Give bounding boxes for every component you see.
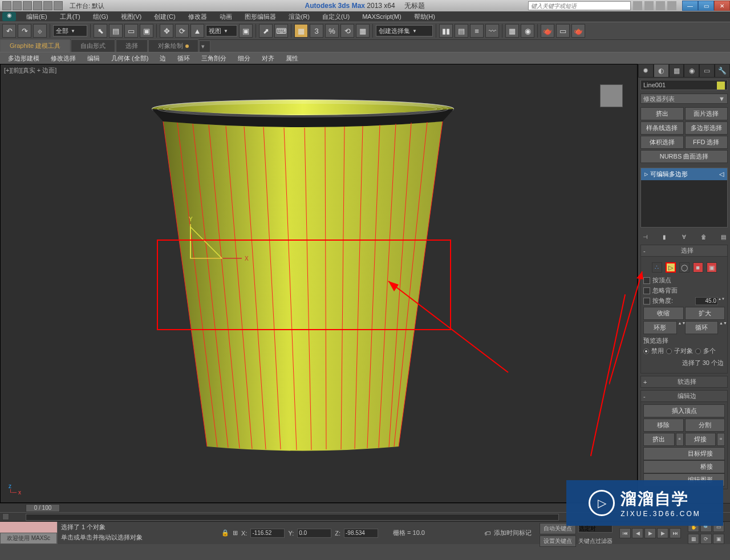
help-search-input[interactable] <box>528 1 631 10</box>
ribbon-minimize-icon[interactable]: ▾ <box>199 40 210 52</box>
menu-help[interactable]: 帮助(H) <box>408 11 441 22</box>
time-slider-handle[interactable]: 0 / 100 <box>26 504 60 512</box>
extrude-edge-button[interactable]: 挤出 <box>643 433 675 446</box>
undo-icon[interactable]: ↶ <box>2 24 16 38</box>
loop-button[interactable]: 循环 <box>685 321 719 334</box>
mirror-icon[interactable]: ▮▮ <box>439 24 453 38</box>
menu-edit[interactable]: 编辑(E) <box>21 11 53 22</box>
loop-spinner-icon[interactable]: ▲▼ <box>719 321 725 334</box>
configure-icon[interactable]: ▤ <box>719 232 728 241</box>
angle-snap-icon[interactable]: 3 <box>310 24 323 38</box>
key-filter-label[interactable]: 关键点过滤器 <box>578 537 613 545</box>
abs-rel-icon[interactable]: ⊞ <box>233 529 238 537</box>
y-coord-input[interactable] <box>297 529 331 538</box>
set-key-button[interactable]: 设置关键点 <box>540 535 576 547</box>
expand-icon[interactable]: ▷ <box>644 172 648 177</box>
render-frame-icon[interactable]: ▭ <box>556 24 570 38</box>
qat-link-icon[interactable] <box>54 1 63 10</box>
move-icon[interactable]: ✥ <box>160 24 173 38</box>
show-end-icon[interactable]: ▮ <box>660 232 669 241</box>
prev-frame-icon[interactable]: ◀ <box>632 528 643 538</box>
preview-subobj-radio[interactable] <box>666 348 672 354</box>
close-button[interactable]: ✕ <box>714 1 730 11</box>
workspace-label[interactable]: 工作台: 默认 <box>70 2 104 10</box>
vertex-subobj-icon[interactable]: ∴ <box>652 262 662 273</box>
polygon-subobj-icon[interactable]: ■ <box>693 262 703 273</box>
ffd-sel-button[interactable]: FFD 选择 <box>685 136 728 149</box>
select-icon[interactable]: ⬉ <box>94 24 107 38</box>
ribbon-tab-selection[interactable]: 选择 <box>116 39 148 52</box>
spinner-arrows-icon[interactable]: ▲▼ <box>718 297 725 305</box>
x-coord-input[interactable] <box>250 529 285 538</box>
grow-button[interactable]: 扩大 <box>685 307 725 320</box>
link-icon[interactable]: ⟐ <box>33 24 47 38</box>
ribbon-tab-freeform[interactable]: 自由形式 <box>71 39 115 52</box>
edged-faces-icon[interactable]: ▦ <box>356 24 370 38</box>
nav-orbit-icon[interactable]: ⟳ <box>700 534 712 544</box>
menu-animation[interactable]: 动画 <box>214 11 238 22</box>
target-weld-button[interactable]: 目标焊接 <box>643 447 725 460</box>
ribbon-modify-sel[interactable]: 修改选择 <box>47 53 79 64</box>
menu-views[interactable]: 视图(V) <box>115 11 148 22</box>
script-recorder[interactable] <box>0 522 57 533</box>
angle-spinner[interactable] <box>695 297 718 305</box>
menu-group[interactable]: 组(G) <box>87 11 114 22</box>
weld-button[interactable]: 焊接 <box>685 433 716 446</box>
hierarchy-tab-icon[interactable]: ▦ <box>669 64 684 78</box>
select-name-icon[interactable]: ▤ <box>109 24 123 38</box>
favorites-icon[interactable] <box>656 1 665 10</box>
add-time-tag[interactable]: 添加时间标记 <box>494 529 532 537</box>
spline-sel-button[interactable]: 样条线选择 <box>640 121 684 135</box>
ribbon-tab-paint[interactable]: 对象绘制 <box>148 39 198 52</box>
menu-maxscript[interactable]: MAXScript(M) <box>356 12 407 21</box>
help-icon[interactable] <box>667 1 676 10</box>
object-name-field[interactable]: Line001 <box>640 80 728 90</box>
stack-editable-poly[interactable]: ▷ 可编辑多边形 ◁ <box>641 168 727 180</box>
modifier-stack[interactable]: ▷ 可编辑多边形 ◁ <box>640 168 728 228</box>
rotate-icon[interactable]: ⟳ <box>175 24 189 38</box>
search-icon[interactable] <box>633 1 642 10</box>
redo-icon[interactable]: ↷ <box>18 24 31 38</box>
window-crossing-icon[interactable]: ▣ <box>140 24 153 38</box>
ref-coord-dropdown[interactable]: 视图▼ <box>206 25 237 36</box>
nav-zoom-all-icon[interactable]: ▦ <box>688 534 699 544</box>
selection-rollout-header[interactable]: -选择 <box>640 245 728 257</box>
snap-toggle-icon[interactable]: ▦ <box>294 24 308 38</box>
display-tab-icon[interactable]: ▭ <box>699 64 715 78</box>
vol-sel-button[interactable]: 体积选择 <box>640 136 684 149</box>
material-editor-icon[interactable]: ◉ <box>521 24 534 38</box>
maximize-button[interactable]: ▭ <box>698 1 714 11</box>
ring-button[interactable]: 环形 <box>643 321 677 334</box>
viewport[interactable]: [+][前][真实 + 边面] <box>0 64 638 503</box>
ribbon-edges[interactable]: 边 <box>156 53 169 64</box>
comm-center-icon[interactable] <box>644 1 654 10</box>
ribbon-tri[interactable]: 三角剖分 <box>198 53 230 64</box>
layers-icon[interactable]: ≡ <box>470 24 484 38</box>
nurbs-sel-button[interactable]: NURBS 曲面选择 <box>640 150 728 163</box>
next-frame-icon[interactable]: ▶ <box>657 528 668 538</box>
qat-redo-icon[interactable] <box>43 1 52 10</box>
qat-undo-icon[interactable] <box>33 1 42 10</box>
qat-new-icon[interactable] <box>2 1 11 10</box>
time-tag-icon[interactable]: 🏷 <box>484 530 490 537</box>
weld-settings-icon[interactable]: ▫ <box>717 433 725 446</box>
by-vertex-checkbox[interactable] <box>643 277 650 284</box>
z-coord-input[interactable] <box>344 529 378 538</box>
align-icon[interactable]: ▤ <box>455 24 468 38</box>
menu-tools[interactable]: 工具(T) <box>54 11 86 22</box>
face-sel-button[interactable]: 面片选择 <box>685 107 728 120</box>
preview-off-radio[interactable] <box>643 348 649 354</box>
pivot-icon[interactable]: ▣ <box>239 24 253 38</box>
render-icon[interactable]: 🫖 <box>571 24 585 38</box>
ribbon-edit[interactable]: 编辑 <box>84 53 103 64</box>
ribbon-tab-graphite[interactable]: Graphite 建模工具 <box>0 39 70 52</box>
utilities-tab-icon[interactable]: 🔧 <box>715 64 730 78</box>
qat-open-icon[interactable] <box>13 1 22 10</box>
menu-modifiers[interactable]: 修改器 <box>182 11 213 22</box>
create-tab-icon[interactable]: ✹ <box>638 64 654 78</box>
border-subobj-icon[interactable]: ◯ <box>679 262 690 273</box>
maxscript-listener[interactable]: 欢迎使用 MAXSc <box>0 533 57 544</box>
named-selection-set[interactable]: 创建选择集▼ <box>376 25 433 36</box>
extrude-settings-icon[interactable]: ▫ <box>676 433 684 446</box>
menu-rendering[interactable]: 渲染(R) <box>283 11 315 22</box>
